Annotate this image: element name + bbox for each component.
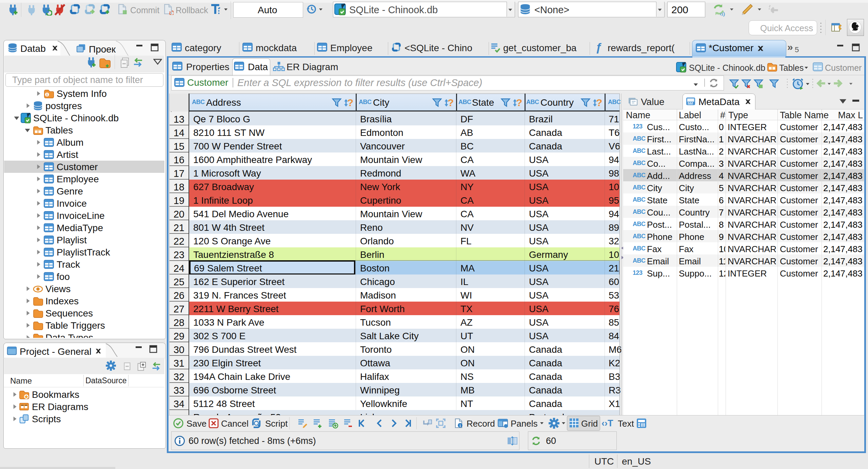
svg-text:i: i [459,423,461,428]
svg-text:i: i [46,92,48,97]
